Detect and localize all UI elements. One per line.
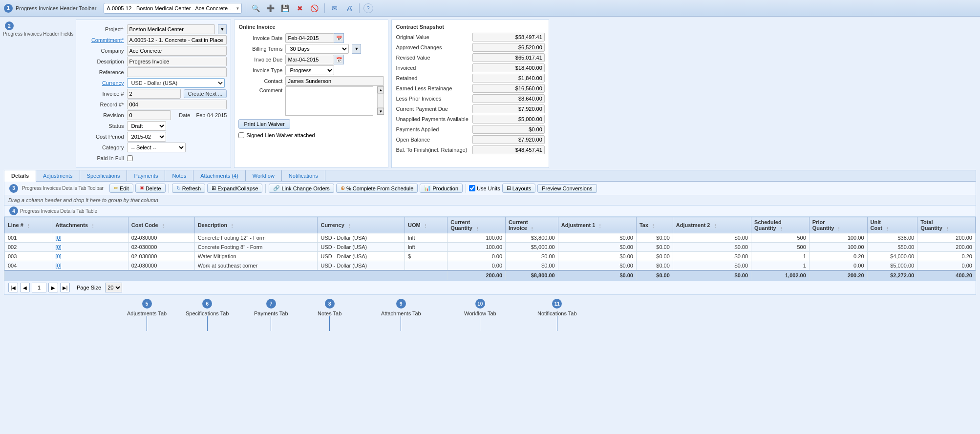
currency-label[interactable]: Currency <box>80 80 124 86</box>
comment-textarea[interactable] <box>285 86 373 116</box>
company-row: Company <box>80 45 227 56</box>
th-adj1[interactable]: Adjustment 1 ⋮ <box>558 217 636 233</box>
reference-input[interactable] <box>127 67 227 77</box>
tab-adjustments[interactable]: Adjustments <box>36 170 80 181</box>
next-page-btn[interactable]: ▶ <box>48 283 58 292</box>
production-btn[interactable]: 📊 Production <box>420 184 463 193</box>
tab-specifications[interactable]: Specifications <box>80 170 128 181</box>
status-select[interactable]: Draft <box>127 121 166 131</box>
currency-select[interactable]: USD - Dollar (USA) <box>127 78 225 88</box>
snapshot-value-10 <box>472 135 545 144</box>
help-button[interactable]: ? <box>363 3 373 13</box>
search-button[interactable]: 🔍 <box>250 2 262 14</box>
revision-input[interactable] <box>127 110 171 120</box>
cell-uom-2: $ <box>405 252 447 261</box>
record-num-row: Record #* <box>80 99 227 110</box>
th-scheduled-qty[interactable]: ScheduledQuantity ⋮ <box>751 217 810 233</box>
use-units-checkbox[interactable] <box>469 185 475 191</box>
invoice-due-cal[interactable]: 📅 <box>334 55 344 64</box>
scroll-down-btn[interactable]: ▼ <box>377 108 384 115</box>
edit-btn[interactable]: ✏ Edit <box>109 184 133 193</box>
commitment-input[interactable] <box>127 35 227 45</box>
annotation-badge-5: 5 <box>142 299 152 309</box>
th-unit-cost[interactable]: UnitCost ⋮ <box>867 217 917 233</box>
cell-attachment-2[interactable]: [0] <box>52 252 128 261</box>
invoice-num-input[interactable] <box>127 89 181 99</box>
page-size-select[interactable]: 20 <box>105 283 122 292</box>
print-button[interactable]: 🖨 <box>343 2 355 14</box>
expand-collapse-btn[interactable]: ⊞ Expand/Collapse <box>207 184 262 193</box>
link-change-orders-btn[interactable]: 🔗 Link Change Orders <box>269 184 334 193</box>
invoice-due-input[interactable] <box>285 55 334 64</box>
print-lien-btn[interactable]: Print Lien Waiver <box>238 119 290 129</box>
invoice-date-input[interactable] <box>285 33 334 43</box>
signed-lien-checkbox[interactable] <box>238 132 244 138</box>
delete-btn[interactable]: ✖ Delete <box>135 184 166 193</box>
th-tax[interactable]: Tax ⋮ <box>636 217 673 233</box>
tab-workflow[interactable]: Workflow <box>246 170 282 181</box>
invoice-type-select[interactable]: Progress <box>285 65 334 75</box>
billing-terms-row: Billing Terms 30 Days ▼ <box>238 43 384 54</box>
cancel-button[interactable]: 🚫 <box>309 2 320 14</box>
page-number-input[interactable] <box>32 283 46 292</box>
commitment-label[interactable]: Commitment* <box>80 37 124 43</box>
toolbar-title: Progress Invoices Header Toolbar <box>16 5 97 11</box>
billing-terms-select[interactable]: 30 Days <box>285 44 349 54</box>
cell-attachment-0[interactable]: [0] <box>52 233 128 243</box>
cell-attachment-3[interactable]: [0] <box>52 261 128 271</box>
company-input[interactable] <box>127 46 227 56</box>
detail-table: Line # ⋮ Attachments ⋮ Cost Code ⋮ Descr… <box>4 217 976 280</box>
scroll-up-btn[interactable]: ▲ <box>377 86 384 93</box>
layouts-btn[interactable]: ⊟ Layouts <box>502 184 536 193</box>
cell-adj1-3: $0.00 <box>558 261 636 271</box>
badge-4-row: 4 Progress Invoices Details Tab Table <box>4 206 976 217</box>
th-uom[interactable]: UOM ⋮ <box>405 217 447 233</box>
billing-terms-btn[interactable]: ▼ <box>352 44 361 54</box>
th-adj2[interactable]: Adjustment 2 ⋮ <box>673 217 751 233</box>
refresh-btn[interactable]: ↻ Refresh <box>172 184 206 193</box>
category-select[interactable]: -- Select -- <box>127 143 186 152</box>
link-change-orders-label: Link Change Orders <box>281 186 329 191</box>
description-label: Description <box>80 59 124 64</box>
email-button[interactable]: ✉ <box>329 2 341 14</box>
th-attachments[interactable]: Attachments ⋮ <box>52 217 128 233</box>
th-description[interactable]: Description ⋮ <box>194 217 318 233</box>
th-prior-qty[interactable]: PriorQuantity ⋮ <box>809 217 867 233</box>
cell-adj1-0: $0.00 <box>558 233 636 243</box>
complete-from-schedule-btn[interactable]: ⊕ % Complete From Schedule <box>336 184 418 193</box>
th-current-invoice[interactable]: CurrentInvoice ⋮ <box>506 217 558 233</box>
th-cost-code[interactable]: Cost Code ⋮ <box>128 217 194 233</box>
project-browse-btn[interactable]: ▼ <box>218 24 227 34</box>
tab-notifications[interactable]: Notifications <box>282 170 325 181</box>
toolbar-dropdown[interactable]: A.0005-12 - Boston Medical Center - Ace … <box>104 3 242 14</box>
online-invoice-panel: Online Invoice Invoice Date 📅 Billing Te… <box>234 20 388 168</box>
toolbar-dropdown-wrap: A.0005-12 - Boston Medical Center - Ace … <box>104 3 242 14</box>
cell-prior-qty-0: 100.00 <box>809 233 867 243</box>
first-page-btn[interactable]: |◀ <box>8 283 18 292</box>
annotation-line-5 <box>147 316 147 331</box>
tab-attachments[interactable]: Attachments (4) <box>193 170 246 181</box>
add-button[interactable]: ➕ <box>265 2 277 14</box>
th-total-qty[interactable]: TotalQuantity ⋮ <box>917 217 976 233</box>
invoice-date-cal[interactable]: 📅 <box>334 33 344 43</box>
preview-conversions-btn[interactable]: Preview Conversions <box>537 184 597 193</box>
record-num-input[interactable] <box>127 100 227 109</box>
tab-notes[interactable]: Notes <box>165 170 193 181</box>
invoice-type-row: Invoice Type Progress <box>238 65 384 76</box>
prev-page-btn[interactable]: ◀ <box>20 283 30 292</box>
tab-details[interactable]: Details <box>4 170 36 182</box>
project-input[interactable] <box>127 24 215 34</box>
tab-payments[interactable]: Payments <box>127 170 165 181</box>
description-input[interactable] <box>127 57 227 66</box>
last-page-btn[interactable]: ▶| <box>60 283 70 292</box>
th-currency[interactable]: Currency ⋮ <box>318 217 405 233</box>
delete-button[interactable]: ✖ <box>294 2 306 14</box>
cost-period-select[interactable]: 2015-02 <box>127 132 166 142</box>
th-current-qty[interactable]: CurrentQuantity ⋮ <box>447 217 506 233</box>
th-line[interactable]: Line # ⋮ <box>5 217 52 233</box>
contact-input[interactable] <box>285 76 384 86</box>
create-next-btn[interactable]: Create Next ... <box>184 89 227 98</box>
save-button[interactable]: 💾 <box>279 2 291 14</box>
paid-in-full-checkbox[interactable] <box>127 155 133 161</box>
cell-attachment-1[interactable]: [0] <box>52 243 128 252</box>
